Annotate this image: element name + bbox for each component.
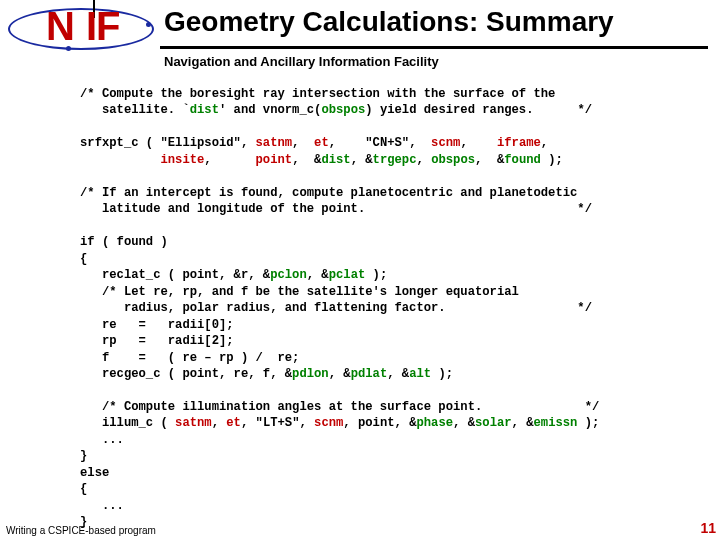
page-subtitle: Navigation and Ancillary Information Fac… bbox=[164, 54, 439, 69]
logo-dot bbox=[146, 22, 151, 27]
naif-logo: NIF bbox=[6, 0, 156, 58]
logo-text: NIF bbox=[46, 4, 119, 49]
page-number: 11 bbox=[700, 520, 716, 536]
code-block: /* Compute the boresight ray intersectio… bbox=[80, 86, 599, 531]
page-title: Geometry Calculations: Summary bbox=[164, 6, 614, 38]
slide-header: NIF Geometry Calculations: Summary Navig… bbox=[0, 0, 720, 66]
footer-text: Writing a CSPICE-based program bbox=[6, 525, 156, 536]
divider bbox=[160, 46, 708, 49]
